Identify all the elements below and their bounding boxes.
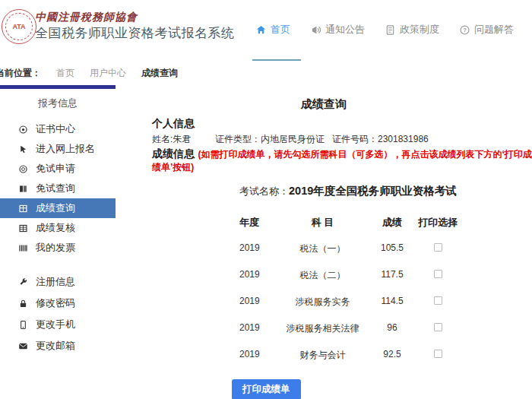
nav-item-home[interactable]: 首页 xyxy=(255,23,290,36)
home-icon xyxy=(255,24,267,36)
col-header-print-select: 打印选择 xyxy=(414,216,461,242)
breadcrumb-score-query: 成绩查询 xyxy=(141,67,178,80)
nav-item-label: 通知公告 xyxy=(325,23,365,36)
wrench-icon xyxy=(18,277,28,287)
sidebar-item-label: 更改邮箱 xyxy=(36,339,75,353)
col-header-year: 年度 xyxy=(239,216,275,242)
row-year: 2019 xyxy=(239,349,275,375)
svg-text:?: ? xyxy=(463,27,467,33)
top-nav: 首页 通知公告 政策制度 ? 问题解答 报名流程 xyxy=(255,23,532,36)
question-icon: ? xyxy=(459,24,470,36)
nav-item-faq[interactable]: ? 问题解答 xyxy=(459,23,514,36)
sidebar-item-my-invoice[interactable]: 我的发票 xyxy=(0,238,116,258)
sidebar-item-score-review[interactable]: 成绩复核 xyxy=(0,218,116,238)
row-year: 2019 xyxy=(239,269,275,296)
exam-name-value: 2019年度全国税务师职业资格考试 xyxy=(289,185,457,197)
nav-item-label: 首页 xyxy=(271,23,290,36)
sidebar-item-register-info[interactable]: 注册信息 xyxy=(0,271,116,293)
breadcrumb-home[interactable]: 首页 xyxy=(56,67,74,80)
name-field: 姓名:朱君 xyxy=(152,133,191,146)
sidebar: 报考信息 证书中心 进入网上报名 免试申请 免试查询 成绩查询 成绩复核 我的发… xyxy=(0,89,116,399)
sidebar-item-exemption-apply[interactable]: 免试申请 xyxy=(0,159,116,179)
sidebar-item-change-phone[interactable]: 更改手机 xyxy=(0,314,116,335)
sidebar-header: 报考信息 xyxy=(0,89,116,119)
sidebar-item-label: 成绩查询 xyxy=(36,201,75,215)
score-info-heading: 成绩信息 xyxy=(152,147,195,160)
row-score: 117.5 xyxy=(370,269,414,296)
document-icon xyxy=(385,24,396,36)
score-info-row: 成绩信息 (如需打印成绩单，请先勾选所需科目（可多选），再点击该成绩列表下方的‘… xyxy=(152,147,532,173)
id-type-label: 证件类型： xyxy=(215,134,261,144)
print-instruction-note: (如需打印成绩单，请先勾选所需科目（可多选），再点击该成绩列表下方的‘打印成绩单… xyxy=(152,149,532,173)
row-subject: 涉税服务相关法律 xyxy=(275,322,370,349)
score-review-icon xyxy=(18,223,28,233)
row-score: 96 xyxy=(370,322,414,349)
sidebar-item-enter-registration[interactable]: 进入网上报名 xyxy=(0,139,116,159)
barcode-icon xyxy=(18,243,28,253)
nav-item-announcements[interactable]: 通知公告 xyxy=(310,23,365,36)
score-table-icon xyxy=(18,204,28,214)
breadcrumb: 当前位置： 首页 用户中心 成绩查询 xyxy=(0,67,178,80)
main-content: 成绩查询 个人信息 姓名:朱君 证件类型：内地居民身份证 证件号码：230183… xyxy=(116,85,532,399)
score-table: 年度 科 目 成绩 打印选择 2019 税法（一） 105.5 2019 税法（… xyxy=(239,216,461,375)
sidebar-account-group: 注册信息 修改密码 更改手机 更改邮箱 xyxy=(0,271,116,356)
row-print-cell xyxy=(414,242,461,269)
sidebar-item-change-password[interactable]: 修改密码 xyxy=(0,293,116,314)
row-score: 105.5 xyxy=(370,242,414,269)
row-print-cell xyxy=(414,322,461,349)
id-number-value: 2301831986 xyxy=(378,134,429,144)
print-checkbox[interactable] xyxy=(434,296,442,305)
exemption-apply-icon xyxy=(18,164,28,174)
id-type-value: 内地居民身份证 xyxy=(261,134,325,144)
row-print-cell xyxy=(414,349,461,375)
id-number-field: 证件号码：2301831986 xyxy=(332,133,429,146)
breadcrumb-prefix: 当前位置： xyxy=(0,67,41,80)
row-subject: 财务与会计 xyxy=(275,349,370,375)
print-checkbox[interactable] xyxy=(434,350,442,358)
header: ATA 中國注冊稅務師協會 全国税务师职业资格考试报名系统 首页 通知公告 政策… xyxy=(0,0,532,64)
row-year: 2019 xyxy=(239,322,275,349)
row-subject: 涉税服务实务 xyxy=(275,296,370,322)
row-subject: 税法（一） xyxy=(275,242,370,269)
sidebar-item-exemption-query[interactable]: 免试查询 xyxy=(0,179,116,198)
print-transcript-button[interactable]: 打印成绩单 xyxy=(232,379,301,399)
exam-name-label: 考试名称： xyxy=(239,185,289,197)
name-label: 姓名: xyxy=(152,134,173,144)
org-name: 中國注冊稅務師協會 xyxy=(35,11,138,24)
col-header-score: 成绩 xyxy=(370,216,414,242)
seal-ata-text: ATA xyxy=(5,13,33,40)
megaphone-icon xyxy=(310,24,321,36)
sidebar-item-label: 我的发票 xyxy=(36,241,75,255)
envelope-icon xyxy=(18,341,28,351)
sidebar-item-label: 进入网上报名 xyxy=(36,142,95,156)
nav-item-label: 问题解答 xyxy=(474,23,514,36)
sidebar-item-change-email[interactable]: 更改邮箱 xyxy=(0,335,116,356)
nav-item-policies[interactable]: 政策制度 xyxy=(385,23,439,36)
id-type-field: 证件类型：内地居民身份证 xyxy=(215,133,325,146)
print-checkbox[interactable] xyxy=(434,243,442,252)
sidebar-item-certificate-center[interactable]: 证书中心 xyxy=(0,119,116,139)
association-seal-logo: ATA xyxy=(2,9,36,44)
row-year: 2019 xyxy=(239,242,275,269)
mobile-phone-icon xyxy=(18,320,28,330)
sidebar-item-label: 更改手机 xyxy=(36,318,75,331)
sidebar-item-label: 注册信息 xyxy=(36,275,75,289)
row-score: 114.5 xyxy=(370,296,414,322)
col-header-subject: 科 目 xyxy=(275,216,370,242)
active-nav-underline xyxy=(252,59,301,61)
score-query-page: ATA 中國注冊稅務師協會 全国税务师职业资格考试报名系统 首页 通知公告 政策… xyxy=(0,0,532,399)
row-subject: 税法（二） xyxy=(275,269,370,296)
sidebar-item-label: 成绩复核 xyxy=(36,221,75,235)
row-print-cell xyxy=(414,296,461,322)
row-year: 2019 xyxy=(239,296,275,322)
print-checkbox[interactable] xyxy=(434,323,442,331)
id-number-label: 证件号码： xyxy=(332,134,378,144)
book-icon xyxy=(18,184,28,194)
sidebar-item-label: 免试查询 xyxy=(36,182,75,195)
sidebar-item-score-query[interactable]: 成绩查询 xyxy=(0,198,116,218)
sidebar-item-label: 证书中心 xyxy=(36,122,75,136)
print-checkbox[interactable] xyxy=(434,270,442,278)
exam-name-row: 考试名称：2019年度全国税务师职业资格考试 xyxy=(239,184,457,198)
personal-info-heading: 个人信息 xyxy=(152,117,195,131)
breadcrumb-user-center[interactable]: 用户中心 xyxy=(90,67,126,80)
